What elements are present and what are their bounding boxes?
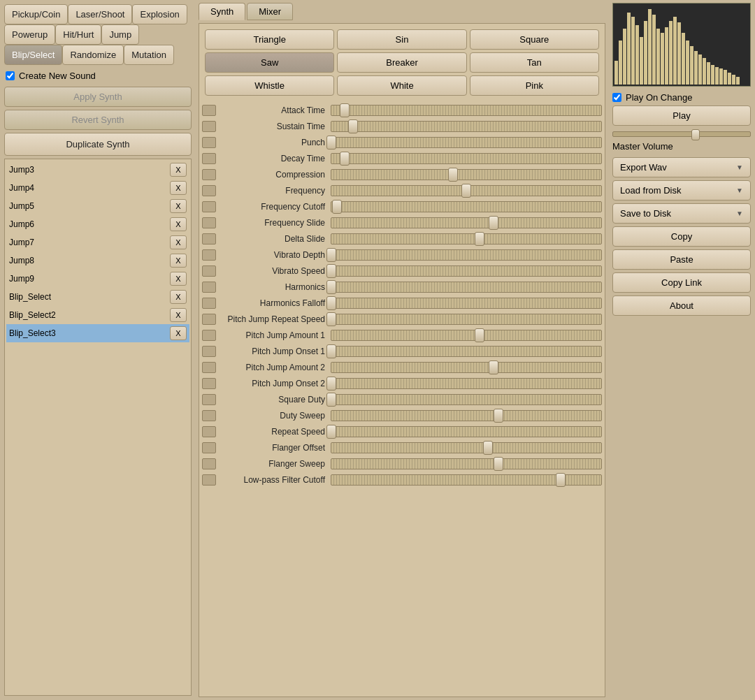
- slider-track[interactable]: [331, 282, 602, 293]
- paste-button[interactable]: Paste: [612, 249, 751, 270]
- slider-track[interactable]: [331, 442, 602, 453]
- list-item[interactable]: Jump9X: [6, 270, 189, 288]
- sound-type-button-laser-shoot[interactable]: Laser/Shoot: [68, 4, 132, 24]
- slider-lock-icon[interactable]: [202, 121, 216, 132]
- sound-type-button-hit-hurt[interactable]: Hit/Hurt: [55, 24, 101, 45]
- list-item[interactable]: Blip_Select3X: [6, 324, 189, 342]
- slider-track[interactable]: [331, 362, 602, 373]
- slider-lock-icon[interactable]: [202, 474, 216, 486]
- play-button[interactable]: Play: [612, 105, 751, 126]
- slider-track[interactable]: [331, 185, 602, 196]
- slider-lock-icon[interactable]: [202, 282, 216, 293]
- wave-btn-pink[interactable]: Pink: [470, 75, 599, 96]
- slider-lock-icon[interactable]: [202, 378, 216, 389]
- slider-track[interactable]: [331, 121, 602, 132]
- remove-sound-button[interactable]: X: [170, 254, 187, 268]
- slider-track[interactable]: [331, 249, 602, 261]
- save-to-disk-button[interactable]: Save to Disk ▼: [612, 203, 751, 224]
- load-from-disk-button[interactable]: Load from Disk ▼: [612, 180, 751, 200]
- slider-lock-icon[interactable]: [202, 201, 216, 212]
- slider-track[interactable]: [331, 426, 602, 437]
- slider-lock-icon[interactable]: [202, 442, 216, 453]
- sound-type-button-explosion[interactable]: Explosion: [132, 4, 187, 24]
- remove-sound-button[interactable]: X: [170, 290, 187, 304]
- create-new-sound-checkbox[interactable]: [6, 71, 15, 80]
- slider-track[interactable]: [331, 153, 602, 164]
- wave-btn-triangle[interactable]: Triangle: [205, 29, 334, 50]
- copy-link-button[interactable]: Copy Link: [612, 272, 751, 293]
- slider-track[interactable]: [331, 137, 602, 148]
- remove-sound-button[interactable]: X: [170, 217, 187, 231]
- remove-sound-button[interactable]: X: [170, 326, 187, 340]
- wave-btn-white[interactable]: White: [337, 75, 466, 96]
- slider-lock-icon[interactable]: [202, 137, 216, 148]
- remove-sound-button[interactable]: X: [170, 163, 187, 177]
- list-item[interactable]: Jump4X: [6, 179, 189, 197]
- list-item[interactable]: Jump3X: [6, 161, 189, 179]
- sound-type-button-mutation[interactable]: Mutation: [124, 45, 174, 65]
- sliders-container[interactable]: Attack TimeSustain TimePunchDecay TimeCo…: [199, 101, 605, 697]
- sound-type-button-jump[interactable]: Jump: [101, 24, 139, 45]
- slider-lock-icon[interactable]: [202, 233, 216, 245]
- wave-btn-square[interactable]: Square: [470, 29, 599, 50]
- slider-track[interactable]: [331, 378, 602, 389]
- slider-lock-icon[interactable]: [202, 153, 216, 164]
- remove-sound-button[interactable]: X: [170, 181, 187, 195]
- sound-type-button-randomize[interactable]: Randomize: [62, 45, 124, 65]
- slider-track[interactable]: [331, 394, 602, 405]
- master-volume-slider[interactable]: [612, 129, 751, 140]
- tab-synth[interactable]: Synth: [199, 3, 245, 20]
- slider-track[interactable]: [331, 105, 602, 116]
- list-item[interactable]: Blip_SelectX: [6, 288, 189, 306]
- slider-track[interactable]: [331, 298, 602, 309]
- slider-lock-icon[interactable]: [202, 346, 216, 357]
- slider-lock-icon[interactable]: [202, 105, 216, 116]
- list-item[interactable]: Jump5X: [6, 197, 189, 215]
- slider-lock-icon[interactable]: [202, 265, 216, 277]
- play-on-change-checkbox[interactable]: [612, 93, 621, 102]
- slider-lock-icon[interactable]: [202, 217, 216, 228]
- remove-sound-button[interactable]: X: [170, 308, 187, 322]
- slider-lock-icon[interactable]: [202, 185, 216, 196]
- apply-synth-button[interactable]: Apply Synth: [4, 87, 192, 107]
- slider-lock-icon[interactable]: [202, 426, 216, 437]
- copy-button[interactable]: Copy: [612, 226, 751, 247]
- slider-lock-icon[interactable]: [202, 362, 216, 373]
- slider-lock-icon[interactable]: [202, 249, 216, 261]
- remove-sound-button[interactable]: X: [170, 272, 187, 286]
- slider-track[interactable]: [331, 265, 602, 277]
- wave-btn-saw[interactable]: Saw: [205, 52, 334, 73]
- slider-lock-icon[interactable]: [202, 394, 216, 405]
- list-item[interactable]: Jump6X: [6, 215, 189, 233]
- duplicate-synth-button[interactable]: Duplicate Synth: [4, 133, 192, 156]
- sound-type-button-pickup-coin[interactable]: Pickup/Coin: [4, 4, 68, 24]
- slider-track[interactable]: [331, 474, 602, 486]
- list-item[interactable]: Jump8X: [6, 251, 189, 270]
- sound-type-button-powerup[interactable]: Powerup: [4, 24, 55, 45]
- remove-sound-button[interactable]: X: [170, 235, 187, 249]
- wave-btn-tan[interactable]: Tan: [470, 52, 599, 73]
- slider-lock-icon[interactable]: [202, 410, 216, 421]
- about-button[interactable]: About: [612, 296, 751, 316]
- sound-type-button-blip-select[interactable]: Blip/Select: [4, 45, 62, 65]
- slider-track[interactable]: [331, 330, 602, 341]
- slider-lock-icon[interactable]: [202, 298, 216, 309]
- wave-btn-whistle[interactable]: Whistle: [205, 75, 334, 96]
- slider-track[interactable]: [331, 314, 602, 325]
- wave-btn-sin[interactable]: Sin: [337, 29, 466, 50]
- slider-lock-icon[interactable]: [202, 314, 216, 325]
- slider-lock-icon[interactable]: [202, 330, 216, 341]
- slider-lock-icon[interactable]: [202, 458, 216, 469]
- list-item[interactable]: Jump7X: [6, 233, 189, 251]
- revert-synth-button[interactable]: Revert Synth: [4, 110, 192, 130]
- slider-track[interactable]: [331, 458, 602, 469]
- slider-track[interactable]: [331, 410, 602, 421]
- list-item[interactable]: Blip_Select2X: [6, 306, 189, 324]
- slider-track[interactable]: [331, 169, 602, 180]
- remove-sound-button[interactable]: X: [170, 199, 187, 213]
- wave-btn-breaker[interactable]: Breaker: [337, 52, 466, 73]
- export-wav-button[interactable]: Export Wav ▼: [612, 157, 751, 177]
- slider-track[interactable]: [331, 217, 602, 228]
- slider-lock-icon[interactable]: [202, 169, 216, 180]
- tab-mixer[interactable]: Mixer: [247, 3, 293, 20]
